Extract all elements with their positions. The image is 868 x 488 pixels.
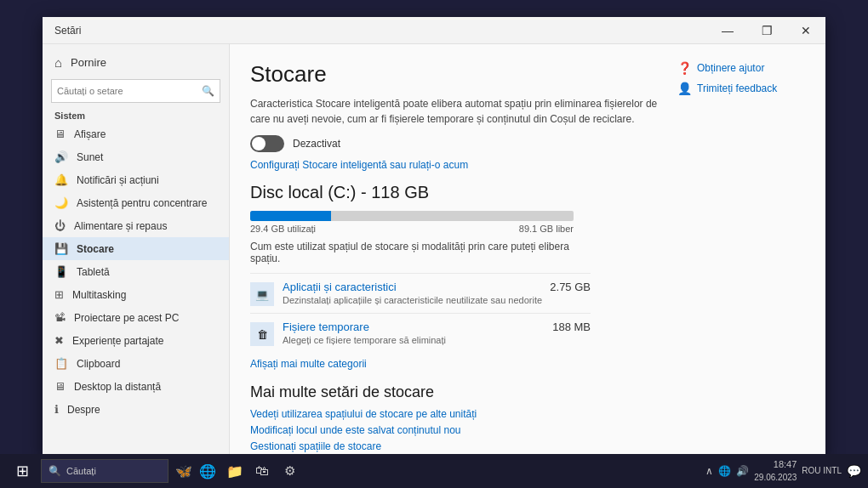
taskbar-search[interactable]: 🔍 Căutați <box>41 459 168 483</box>
trash-icon: 🗑 <box>257 328 268 341</box>
sidebar-item-desktop[interactable]: 🖥 Desktop la distanță <box>43 375 229 398</box>
temp-item-details: Fișiere temporare 188 MB Alegeți ce fiși… <box>283 321 591 345</box>
tray-clock: 18:47 29.06.2023 <box>754 458 797 483</box>
storage-icon: 💾 <box>54 242 68 255</box>
sidebar-item-label: Multitasking <box>72 289 126 301</box>
sidebar-item-afisare[interactable]: 🖥 Afișare <box>43 122 229 145</box>
taskbar-icon-settings[interactable]: ⚙ <box>277 459 301 483</box>
tray-date: 29.06.2023 <box>754 472 797 484</box>
disk-info-text: Cum este utilizat spațiul de stocare și … <box>250 241 591 264</box>
disk-bar-labels: 29.4 GB utilizați 89.1 GB liber <box>250 224 574 234</box>
sidebar-item-label: Proiectare pe acest PC <box>74 312 179 324</box>
tray-notification[interactable]: 💬 <box>847 464 861 478</box>
multitask-icon: ⊞ <box>54 288 64 301</box>
smart-storage-toggle[interactable] <box>250 135 284 152</box>
apps-icon: 💻 <box>255 288 269 301</box>
section-label: Sistem <box>43 106 229 122</box>
taskbar-icon-edge[interactable]: 🌐 <box>196 459 220 483</box>
help-links: ❓ Obținere ajutor 👤 Trimiteți feedback <box>669 61 805 95</box>
search-input[interactable] <box>57 86 202 96</box>
sidebar-item-tableta[interactable]: 📱 Tabletă <box>43 260 229 283</box>
sidebar-item-clipboard[interactable]: 📋 Clipboard <box>43 352 229 375</box>
config-link[interactable]: Configurați Stocare inteligentă sau rula… <box>250 159 669 171</box>
display-icon: 🖥 <box>54 128 66 140</box>
taskbar-search-icon: 🔍 <box>49 465 61 477</box>
help-icon: ❓ <box>677 61 692 75</box>
project-icon: 📽 <box>54 311 66 324</box>
tray-locale: ROU INTL <box>802 465 842 476</box>
sidebar-item-label: Stocare <box>77 243 114 255</box>
close-button[interactable]: ✕ <box>786 17 825 44</box>
feedback-label: Trimiteți feedback <box>697 82 777 94</box>
tray-arrow[interactable]: ∧ <box>705 465 713 477</box>
disk-used-bar <box>250 211 331 221</box>
more-settings-title: Mai multe setări de stocare <box>250 383 805 401</box>
sidebar-item-label: Desktop la distanță <box>74 381 161 393</box>
sidebar-item-label: Alimentare și repaus <box>74 220 167 232</box>
disk-bar <box>250 211 574 221</box>
search-icon: 🔍 <box>202 85 214 97</box>
focus-icon: 🌙 <box>54 196 68 209</box>
temp-item-size: 188 MB <box>552 321 591 333</box>
sidebar-item-label: Afișare <box>74 128 106 140</box>
sidebar-item-label: Clipboard <box>77 358 120 370</box>
disk-section: Disc local (C:) - 118 GB 29.4 GB utiliza… <box>250 183 805 370</box>
more-link-1[interactable]: Modificați locul unde este salvat conțin… <box>250 424 805 436</box>
page-title: Stocare <box>250 61 669 88</box>
feedback-link[interactable]: 👤 Trimiteți feedback <box>677 82 805 95</box>
sidebar-item-alimentare[interactable]: ⏻ Alimentare și repaus <box>43 214 229 237</box>
sidebar-item-label: Experiențe partajate <box>72 335 163 347</box>
apps-item-name[interactable]: Aplicații și caracteristici <box>283 281 397 293</box>
apps-item-sub: Dezinstalați aplicațiile și caracteristi… <box>283 295 591 305</box>
taskbar-icon-files[interactable]: 📁 <box>223 459 247 483</box>
search-box[interactable]: 🔍 <box>51 79 220 103</box>
temp-item-sub: Alegeți ce fișiere temporare să eliminaț… <box>283 335 591 345</box>
notification-icon: 🔔 <box>54 173 68 186</box>
sidebar-item-label: Despre <box>67 404 100 416</box>
disk-free-label: 89.1 GB liber <box>519 224 574 234</box>
tray-time: 18:47 <box>754 458 797 471</box>
tray-volume[interactable]: 🔊 <box>736 465 749 477</box>
sidebar-item-label: Sunet <box>77 151 103 163</box>
storage-item-temp: 🗑 Fișiere temporare 188 MB Alegeți ce fi… <box>250 313 591 353</box>
feedback-icon: 👤 <box>677 82 692 95</box>
apps-item-details: Aplicații și caracteristici 2.75 GB Dezi… <box>283 281 591 305</box>
sidebar-item-stocare[interactable]: 💾 Stocare <box>43 237 229 260</box>
disk-title: Disc local (C:) - 118 GB <box>250 183 805 202</box>
sidebar-item-asistenta[interactable]: 🌙 Asistență pentru concentrare <box>43 191 229 214</box>
taskbar-butterfly: 🦋 <box>175 463 192 479</box>
maximize-button[interactable]: ❐ <box>747 17 786 44</box>
sidebar-item-multitasking[interactable]: ⊞ Multitasking <box>43 283 229 306</box>
start-button[interactable]: ⊞ <box>7 456 37 486</box>
tablet-icon: 📱 <box>54 265 68 278</box>
taskbar-icon-store[interactable]: 🛍 <box>250 459 274 483</box>
power-icon: ⏻ <box>54 219 66 232</box>
tray: ∧ 🌐 🔊 18:47 29.06.2023 ROU INTL 💬 <box>705 458 861 483</box>
sidebar-item-label: Asistență pentru concentrare <box>77 197 207 209</box>
share-icon: ✖ <box>54 334 64 347</box>
info-icon: ℹ <box>54 403 59 416</box>
temp-icon-box: 🗑 <box>250 322 274 346</box>
sidebar-item-notificari[interactable]: 🔔 Notificări și acțiuni <box>43 168 229 191</box>
remote-icon: 🖥 <box>54 380 66 393</box>
toggle-label: Dezactivat <box>293 138 340 150</box>
description-text: Caracteristica Stocare inteligentă poate… <box>250 96 669 127</box>
more-link-0[interactable]: Vedeți utilizarea spațiului de stocare p… <box>250 408 805 420</box>
sidebar-item-experiente[interactable]: ✖ Experiențe partajate <box>43 329 229 352</box>
show-more-link[interactable]: Afișați mai multe categorii <box>250 358 805 370</box>
home-icon: ⌂ <box>54 55 62 70</box>
sidebar-item-sunet[interactable]: 🔊 Sunet <box>43 145 229 168</box>
apps-icon-box: 💻 <box>250 282 274 306</box>
more-link-2[interactable]: Gestionați spațiile de stocare <box>250 440 805 452</box>
temp-item-name[interactable]: Fișiere temporare <box>283 321 369 333</box>
get-help-link[interactable]: ❓ Obținere ajutor <box>677 61 805 75</box>
disk-bar-container: 29.4 GB utilizați 89.1 GB liber <box>250 211 574 234</box>
sidebar-item-proiectare[interactable]: 📽 Proiectare pe acest PC <box>43 306 229 329</box>
sidebar-item-despre[interactable]: ℹ Despre <box>43 398 229 421</box>
home-label: Pornire <box>71 56 106 69</box>
minimize-button[interactable]: — <box>708 17 747 44</box>
home-button[interactable]: ⌂ Pornire <box>43 49 229 76</box>
tray-network[interactable]: 🌐 <box>718 465 731 477</box>
apps-item-size: 2.75 GB <box>550 281 591 293</box>
storage-item-apps: 💻 Aplicații și caracteristici 2.75 GB De… <box>250 273 591 313</box>
